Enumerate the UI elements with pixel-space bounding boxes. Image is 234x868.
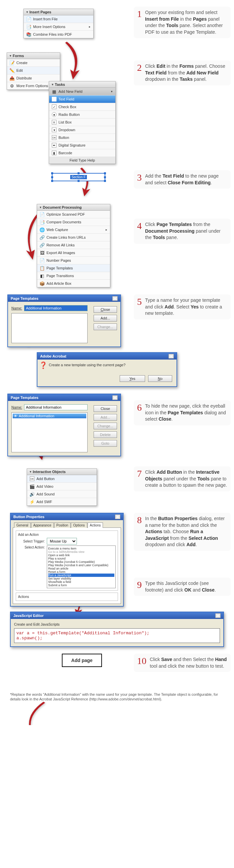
- step5-callout: 5 Type a name for your page template and…: [134, 294, 231, 319]
- interactive-header: ▾Interactive Objects: [27, 469, 97, 475]
- props-tabs: General Appearance Position Options Acti…: [13, 522, 121, 528]
- eyeball-icon[interactable]: 👁: [14, 414, 18, 418]
- barcode-icon: ▮: [52, 151, 57, 155]
- close-button[interactable]: Close: [94, 306, 117, 313]
- io-add-button[interactable]: OKAdd Button: [27, 475, 97, 483]
- compare-icon: 📑: [40, 220, 45, 224]
- dp-remove-links[interactable]: 🔗Remove All Links: [37, 241, 110, 249]
- task-checkbox[interactable]: ✓Check Box: [49, 103, 115, 111]
- template-name-input[interactable]: Additional Information: [24, 305, 88, 311]
- forms-header: ▾Forms: [7, 53, 60, 59]
- question-icon: ❓: [41, 363, 46, 368]
- add-page-button[interactable]: Add page: [62, 654, 102, 667]
- yes-button[interactable]: Yes: [120, 375, 145, 382]
- dp-web[interactable]: 🌐Web Capture▸: [37, 226, 110, 234]
- close-icon[interactable]: ✕: [112, 296, 118, 301]
- step3-callout: 3 Add the Text Field to the new page and…: [134, 170, 231, 189]
- insert-pages-header: ▾Insert Pages: [24, 9, 93, 16]
- task-dropdown[interactable]: ▾Dropdown: [49, 126, 115, 134]
- close-icon[interactable]: ✕: [215, 613, 221, 618]
- dropdown-icon: ▾: [52, 127, 57, 132]
- step8-callout: 8 In the Button Properties dialog, enter…: [134, 513, 231, 551]
- button-props-title: Button Properties✕: [11, 514, 123, 520]
- insert-from-file-item[interactable]: 📄Insert from File: [24, 16, 93, 23]
- task-radio[interactable]: ●Radio Button: [49, 111, 115, 119]
- forms-edit[interactable]: ✏️Edit: [7, 67, 60, 74]
- dp-templates[interactable]: 📋Page Templates: [37, 265, 110, 272]
- template-icon: 📋: [40, 266, 45, 271]
- template-list[interactable]: [11, 313, 88, 343]
- tab-options[interactable]: Options: [71, 523, 87, 528]
- field-icon: ▦: [52, 89, 57, 94]
- transition-icon: ◧: [40, 273, 45, 278]
- create-icon: 📝: [10, 60, 14, 65]
- signature-icon: ✒: [52, 143, 57, 148]
- unlink-icon: 🔗: [40, 243, 45, 247]
- template-list[interactable]: 👁Additional Information: [11, 412, 88, 452]
- combine-icon: 📚: [26, 32, 31, 37]
- tab-actions[interactable]: Actions: [88, 523, 103, 528]
- add-action-label: Add an Action: [18, 533, 116, 536]
- image-icon: 🖼: [40, 250, 45, 255]
- close-icon[interactable]: ✕: [115, 515, 120, 519]
- number-icon: 📄: [40, 258, 45, 263]
- tasks-header: ▾Tasks: [49, 82, 115, 88]
- listbox-icon: ≡: [52, 120, 57, 125]
- delete-button[interactable]: Delete: [94, 431, 117, 438]
- button-icon: OK: [52, 135, 57, 140]
- web-icon: 🌐: [40, 227, 45, 232]
- change-button[interactable]: Change...: [94, 323, 117, 330]
- dp-transitions[interactable]: ◧Page Transitions: [37, 272, 110, 280]
- edit-icon: ✏️: [10, 68, 14, 73]
- video-icon: 🎬: [30, 484, 34, 489]
- task-sig[interactable]: ✒Digital Signature: [49, 142, 115, 149]
- js-editor-sub: Create and Edit JavaScripts: [14, 622, 220, 626]
- action-select-list[interactable]: Execute a menu item Go to a 3d/Multimedi…: [47, 546, 116, 588]
- name-label: Name:: [11, 405, 22, 409]
- add-new-field-head[interactable]: ▦Add New Field▾: [49, 88, 115, 95]
- tab-general[interactable]: General: [14, 523, 31, 528]
- task-barcode[interactable]: ▮Barcode: [49, 149, 115, 157]
- action-label: Select Action:: [18, 546, 45, 549]
- close-button[interactable]: Close: [94, 405, 117, 412]
- task-help[interactable]: Field Type Help: [49, 157, 115, 163]
- dp-number[interactable]: 📄Number Pages: [37, 257, 110, 265]
- close-icon[interactable]: ✕: [112, 395, 118, 400]
- radio-icon: ●: [52, 112, 57, 117]
- task-listbox[interactable]: ≡List Box: [49, 119, 115, 126]
- dp-article[interactable]: 📦Add Article Box: [37, 280, 110, 287]
- io-add-video[interactable]: 🎬Add Video: [27, 483, 97, 490]
- dp-optimize[interactable]: 📄Optimize Scanned PDF: [37, 211, 110, 218]
- page-templates-title2: Page Templates✕: [8, 394, 120, 401]
- step4-callout: 4 Click Page Templates from the Document…: [134, 219, 231, 244]
- io-add-sound[interactable]: 🔊Add Sound: [27, 490, 97, 498]
- name-label: Name:: [11, 306, 22, 310]
- tab-position[interactable]: Position: [54, 523, 71, 528]
- goto-button[interactable]: Goto: [94, 440, 117, 447]
- forms-create[interactable]: 📝Create: [7, 59, 60, 67]
- change-button[interactable]: Change...: [94, 423, 117, 429]
- dp-export-img[interactable]: 🖼Export All Images: [37, 249, 110, 257]
- text-field-widget[interactable]: Section F: [52, 173, 105, 181]
- trigger-select[interactable]: Mouse Up: [47, 538, 77, 545]
- task-text-field[interactable]: TText Field: [49, 95, 115, 103]
- step7-callout: 7 Click Add Button in the Interactive Ob…: [134, 466, 231, 491]
- tab-appearance[interactable]: Appearance: [31, 523, 54, 528]
- add-button[interactable]: Add...: [94, 315, 117, 321]
- js-code-input[interactable]: var a = this.getTemplate("Additional Inf…: [14, 628, 220, 643]
- io-add-swf[interactable]: ⚡Add SWF: [27, 498, 97, 505]
- more-insert-item[interactable]: 📑More Insert Options▸: [24, 23, 93, 31]
- options-icon: 📑: [26, 24, 31, 29]
- swf-icon: ⚡: [30, 499, 34, 504]
- field-label: Section F: [70, 175, 87, 179]
- add-button[interactable]: Add...: [94, 414, 117, 421]
- close-icon[interactable]: ✕: [169, 354, 174, 359]
- no-button[interactable]: No: [148, 375, 172, 382]
- dp-compare[interactable]: 📑Compare Documents: [37, 218, 110, 226]
- combine-files-item[interactable]: 📚Combine Files into PDF: [24, 31, 93, 38]
- dp-links[interactable]: 🔗Create Links from URLs: [37, 234, 110, 241]
- actions-label: Actions: [18, 595, 29, 598]
- template-name-input[interactable]: [24, 404, 88, 410]
- task-button[interactable]: OKButton: [49, 134, 115, 142]
- template-list-item[interactable]: 👁Additional Information: [13, 414, 86, 418]
